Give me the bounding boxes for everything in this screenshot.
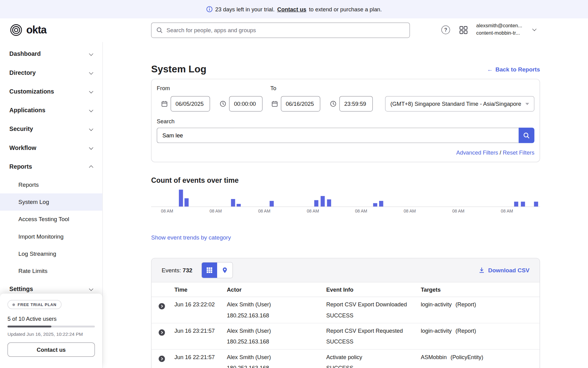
column-actor: Actor	[227, 286, 326, 293]
log-search-button[interactable]	[518, 128, 534, 143]
sidebar-item-log-streaming[interactable]: Log Streaming	[0, 245, 102, 263]
calendar-icon	[161, 101, 168, 107]
search-label: Search	[157, 118, 534, 124]
events-column-headers: Time Actor Event Info Targets	[152, 282, 540, 297]
account-org: content-mobbin-tr...	[476, 29, 522, 36]
chevron-down-icon	[89, 89, 93, 93]
trial-banner-text-end: to extend or purchase a plan.	[309, 6, 382, 13]
chart-x-axis: 08 AM08 AM08 AM08 AM08 AM08 AM08 AM08 AM	[151, 209, 540, 215]
sidebar-item-access-testing-tool[interactable]: Access Testing Tool	[0, 211, 102, 228]
from-date-input[interactable]	[171, 96, 210, 111]
search-icon	[523, 132, 530, 139]
to-date-input[interactable]	[281, 96, 320, 111]
expand-row-icon[interactable]	[159, 329, 165, 336]
account-menu[interactable]: alexsmith@conten... content-mobbin-tr...	[476, 22, 522, 36]
sidebar-item-label: Security	[9, 126, 33, 132]
chart-x-tick: 08 AM	[161, 209, 173, 213]
top-bar: okta ? alexsmith@conten... content-mobbi…	[0, 18, 588, 42]
sidebar-item-directory[interactable]: Directory	[0, 63, 102, 82]
okta-wordmark: okta	[26, 24, 47, 36]
cell-actor: Alex Smith (User) 180.252.163.168	[227, 325, 326, 347]
sidebar-item-rate-limits[interactable]: Rate Limits	[0, 263, 102, 280]
chart-bar	[179, 190, 183, 206]
back-to-reports-link[interactable]: ← Back to Reports	[487, 66, 540, 73]
cell-targets: ASMobbin(PolicyEntity)	[421, 351, 540, 368]
download-icon	[478, 267, 485, 274]
apps-grid-icon[interactable]	[459, 25, 468, 36]
sidebar-item-customizations[interactable]: Customizations	[0, 82, 102, 101]
filters-separator: /	[498, 149, 503, 156]
chart-x-tick: 08 AM	[307, 209, 319, 213]
map-view-button[interactable]	[217, 263, 232, 278]
sidebar-item-label: Applications	[9, 107, 46, 114]
sidebar-item-system-log[interactable]: System Log	[0, 194, 102, 211]
to-time-input[interactable]	[339, 96, 373, 111]
chevron-down-icon	[89, 126, 93, 131]
sidebar-item-import-monitoring[interactable]: Import Monitoring	[0, 228, 102, 245]
back-arrow-icon: ←	[487, 66, 493, 73]
column-targets: Targets	[421, 286, 540, 293]
chevron-down-icon	[89, 286, 93, 291]
cell-time: Jun 16 23:21:57	[174, 325, 227, 347]
chart-bar	[521, 202, 525, 207]
sidebar-item-reports[interactable]: Reports	[0, 157, 102, 176]
global-search-input[interactable]	[167, 27, 405, 33]
help-icon[interactable]: ?	[441, 25, 450, 34]
sidebar-item-applications[interactable]: Applications	[0, 101, 102, 120]
chart-x-tick: 08 AM	[404, 209, 416, 213]
trial-contact-us-link[interactable]: Contact us	[277, 6, 306, 13]
search-icon	[156, 27, 163, 33]
chart-bar	[379, 201, 383, 206]
chevron-down-icon[interactable]	[532, 27, 537, 31]
log-search-input[interactable]	[157, 128, 519, 143]
chevron-down-icon	[89, 52, 93, 56]
grid-view-icon	[206, 267, 213, 274]
download-csv-button[interactable]: Download CSV	[478, 267, 530, 274]
active-users-text: 5 of 10 Active users	[7, 316, 95, 322]
okta-aura-icon	[9, 23, 23, 37]
sidebar-item-label: Reports	[9, 163, 32, 170]
sidebar-item-workflow[interactable]: Workflow	[0, 139, 102, 157]
sidebar-item-security[interactable]: Security	[0, 120, 102, 139]
trial-plan-panel: FREE TRIAL PLAN 5 of 10 Active users Upd…	[0, 294, 102, 368]
column-time: Time	[174, 286, 227, 293]
sidebar-item-label: Settings	[9, 286, 33, 293]
main-content: System Log ← Back to Reports From To	[151, 42, 540, 368]
from-time-input[interactable]	[229, 96, 262, 111]
clock-icon	[220, 101, 226, 107]
table-view-button[interactable]	[202, 263, 217, 278]
okta-logo[interactable]: okta	[9, 23, 47, 37]
contact-us-button[interactable]: Contact us	[7, 343, 95, 357]
advanced-filters-link[interactable]: Advanced Filters	[456, 149, 498, 156]
chart-bar	[373, 203, 377, 206]
from-label: From	[157, 85, 170, 91]
cell-actor: Alex Smith (User) 180.252.163.168	[227, 351, 326, 368]
account-email: alexsmith@conten...	[476, 22, 522, 29]
column-event-info: Event Info	[326, 286, 421, 293]
expand-row-icon[interactable]	[159, 356, 165, 362]
cell-targets: login-activity(Report)	[421, 325, 540, 347]
reset-filters-link[interactable]: Reset Filters	[503, 149, 534, 156]
cell-event-info: Activate policy SUCCESS	[326, 351, 421, 368]
chart-x-tick: 08 AM	[355, 209, 367, 213]
chevron-up-icon	[89, 165, 93, 170]
cell-time: Jun 16 22:21:57	[174, 351, 227, 368]
chart-bar	[327, 199, 331, 206]
log-filter-panel: From To	[151, 79, 540, 162]
cell-actor: Alex Smith (User) 180.252.163.168	[227, 299, 326, 321]
cell-time: Jun 16 23:22:02	[174, 299, 227, 321]
sidebar-item-label: Directory	[9, 70, 36, 76]
view-toggle	[201, 262, 233, 278]
calendar-icon	[272, 101, 278, 107]
updated-timestamp: Updated Jun 16, 2025, 10:22:24 PM	[7, 332, 95, 337]
expand-row-icon[interactable]	[159, 303, 165, 309]
chart-heading: Count of events over time	[151, 177, 540, 185]
timezone-select[interactable]: (GMT+8) Singapore Standard Time - Asia/S…	[385, 96, 534, 111]
table-row: Jun 16 23:22:02 Alex Smith (User) 180.25…	[152, 297, 540, 324]
event-trends-link[interactable]: Show event trends by category	[151, 234, 231, 241]
chart-bar	[321, 196, 325, 206]
sidebar: Dashboard Directory Customizations Appli…	[0, 42, 103, 368]
sidebar-item-dashboard[interactable]: Dashboard	[0, 45, 102, 63]
events-count: Events: 732	[162, 267, 192, 274]
sidebar-item-reports-reports[interactable]: Reports	[0, 176, 102, 193]
